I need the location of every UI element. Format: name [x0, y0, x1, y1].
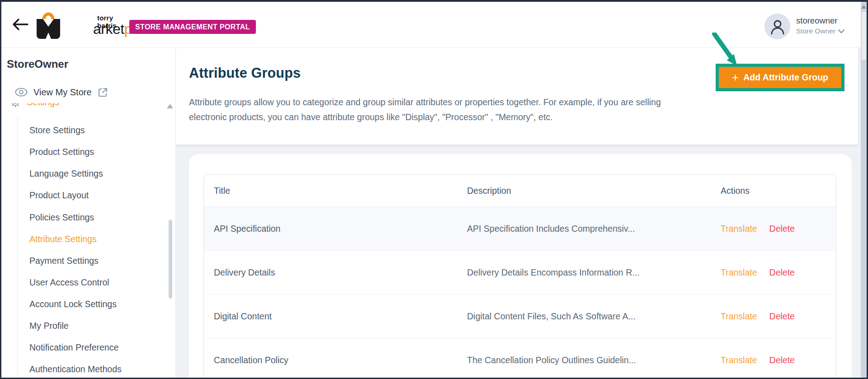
sidebar-item-user-access-control[interactable]: User Access Control — [29, 276, 109, 288]
row-description: The Cancellation Policy Outlines Guideli… — [467, 355, 721, 365]
page-scrollbar-thumb[interactable] — [862, 11, 866, 60]
eye-icon — [15, 88, 28, 97]
view-my-store-label: View My Store — [33, 87, 92, 98]
scroll-up-icon[interactable] — [861, 5, 866, 9]
translate-link[interactable]: Translate — [721, 311, 757, 322]
sidebar-item-view-my-store[interactable]: View My Store — [15, 85, 108, 99]
sidebar-item-notification-preference[interactable]: Notification Preference — [29, 342, 118, 353]
username-text: storeowner — [796, 16, 838, 26]
delete-link[interactable]: Delete — [769, 355, 795, 365]
row-description: Digital Content Files, Such As Software … — [467, 311, 721, 322]
column-header-title: Title — [204, 186, 467, 196]
chevron-down-icon — [838, 29, 844, 33]
page-title: Attribute Groups — [189, 65, 301, 81]
marketplace-logo: torry harris arketplace — [34, 10, 133, 42]
translate-link[interactable]: Translate — [721, 355, 757, 365]
sidebar-item-my-profile[interactable]: My Profile — [29, 320, 69, 332]
sidebar-item-store-settings[interactable]: Store Settings — [29, 124, 85, 136]
row-title: API Specification — [204, 224, 467, 234]
column-header-description: Description — [467, 186, 721, 196]
back-arrow-icon[interactable] — [9, 17, 30, 33]
shopping-bag-icon — [34, 10, 63, 41]
delete-link[interactable]: Delete — [769, 224, 795, 234]
sidebar-item-payment-settings[interactable]: Payment Settings — [29, 255, 99, 267]
row-title: Digital Content — [204, 311, 467, 322]
sidebar-item-product-settings[interactable]: Product Settings — [29, 146, 94, 158]
add-attribute-group-highlight: + Add Attribute Group — [716, 64, 844, 91]
table-header-row: Title Description Actions — [204, 175, 836, 206]
gear-icon — [10, 103, 20, 108]
translate-link[interactable]: Translate — [721, 224, 757, 234]
sidebar-item-account-lock-settings[interactable]: Account Lock Settings — [29, 298, 117, 310]
sidebar-item-language-settings[interactable]: Language Settings — [29, 168, 103, 179]
table-row: Cancellation Policy The Cancellation Pol… — [204, 338, 836, 379]
sidebar-item-product-layout[interactable]: Product Layout — [29, 189, 89, 201]
delete-link[interactable]: Delete — [769, 311, 795, 322]
table-row: API Specification API Specification Incl… — [204, 206, 836, 250]
attribute-groups-card: Title Description Actions API Specificat… — [189, 154, 852, 379]
row-title: Delivery Details — [204, 267, 467, 278]
page-scrollbar[interactable] — [861, 2, 867, 378]
row-description: Delivery Details Encompass Information R… — [467, 267, 721, 278]
delete-link[interactable]: Delete — [769, 267, 795, 278]
person-icon — [770, 19, 785, 35]
table-row: Digital Content Digital Content Files, S… — [204, 294, 836, 338]
portal-badge: STORE MANAGEMENT PORTAL — [129, 20, 256, 34]
settings-label: Settings — [27, 103, 59, 108]
sidebar-item-authentication-methods[interactable]: Authentication Methods — [29, 363, 122, 375]
sidebar-item-attribute-settings[interactable]: Attribute Settings — [29, 233, 97, 245]
sidebar-title: StoreOwner — [7, 58, 68, 70]
row-title: Cancellation Policy — [204, 355, 467, 365]
page-description: Attribute groups allow you to categorize… — [189, 95, 831, 125]
sidebar: StoreOwner View My Store Settings — [1, 48, 176, 378]
app-window: torry harris arketplace STORE MANAGEMENT… — [0, 0, 868, 379]
sidebar-item-policies-settings[interactable]: Policies Settings — [29, 211, 94, 223]
column-header-actions: Actions — [721, 186, 836, 196]
sidebar-scrollbar-thumb[interactable] — [169, 220, 172, 299]
attribute-groups-table: Title Description Actions API Specificat… — [203, 174, 836, 379]
top-navbar: torry harris arketplace STORE MANAGEMENT… — [1, 2, 867, 48]
sidebar-scroll-up-icon[interactable] — [167, 104, 173, 108]
page-header-panel: Attribute Groups Attribute groups allow … — [176, 48, 858, 145]
add-attribute-group-button[interactable]: + Add Attribute Group — [719, 67, 841, 88]
submenu-indent-line — [17, 117, 18, 378]
plus-icon: + — [732, 71, 739, 83]
table-row: Delivery Details Delivery Details Encomp… — [204, 250, 836, 294]
role-dropdown[interactable]: Store Owner — [796, 27, 844, 35]
external-link-icon — [98, 87, 108, 98]
translate-link[interactable]: Translate — [721, 267, 757, 278]
row-description: API Specification Includes Comprehensiv.… — [467, 224, 721, 234]
role-text: Store Owner — [796, 27, 835, 35]
avatar[interactable] — [764, 14, 790, 39]
sidebar-item-settings[interactable]: Settings — [10, 103, 114, 115]
